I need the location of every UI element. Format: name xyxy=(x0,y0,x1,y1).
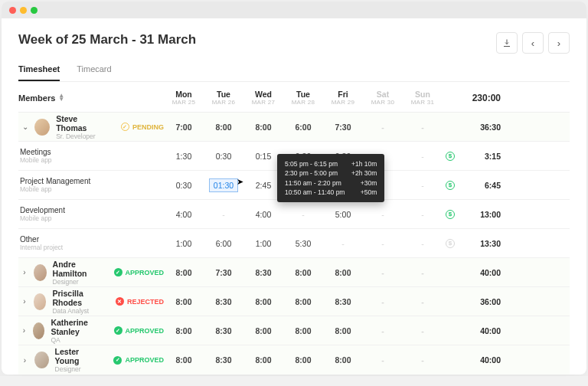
task-row-project-management: Project ManagementMobile app 0:30 01:30➤… xyxy=(18,171,570,200)
time-cell[interactable]: 4:00 xyxy=(164,210,204,219)
avatar xyxy=(34,352,49,368)
member-name: Andre Hamilton xyxy=(53,260,99,278)
page-title: Week of 25 March - 31 March xyxy=(18,32,196,47)
time-breakdown-tooltip: 5:05 pm - 6:15 pm+1h 10m 2:30 pm - 5:00 … xyxy=(277,154,384,202)
chevron-right-icon[interactable]: › xyxy=(21,356,28,365)
members-header-label: Members xyxy=(18,93,55,103)
time-cell-editing[interactable]: 01:30➤ xyxy=(204,178,243,192)
time-cell[interactable]: 0:30 xyxy=(204,152,243,161)
member-role: Sr. Developer xyxy=(56,132,106,140)
day-fri: Fri xyxy=(323,90,363,99)
time-cell[interactable]: 6:00 xyxy=(204,239,243,248)
day-tue-1: Tue xyxy=(204,90,243,99)
time-cell[interactable]: - xyxy=(363,239,403,248)
task-project: Mobile app xyxy=(20,156,164,164)
time-cell[interactable]: - xyxy=(363,210,403,219)
tabs: Timesheet Timecard xyxy=(18,64,570,82)
task-name: Meetings xyxy=(20,148,164,156)
avatar xyxy=(33,322,44,339)
chevron-down-icon[interactable]: ⌄ xyxy=(21,123,28,131)
status-badge-approved: ✓APPROVED xyxy=(110,356,164,365)
table-header: Members ▲▼ MonMAR 25 TueMAR 26 WedMAR 27… xyxy=(18,82,570,113)
member-role: QA xyxy=(51,336,98,344)
chevron-right-icon[interactable]: › xyxy=(21,297,28,306)
task-name: Development xyxy=(20,206,164,214)
task-project: Internal project xyxy=(20,244,164,251)
total-header: 230:00 xyxy=(458,93,504,103)
non-billable-icon: $ xyxy=(446,239,455,248)
day-sun: Sun xyxy=(403,90,443,99)
day-tue-2: Tue xyxy=(283,90,323,99)
time-cell[interactable]: 5:30 xyxy=(283,239,323,248)
task-project: Mobile app xyxy=(20,214,164,222)
member-row-steve[interactable]: ⌄ Steve ThomasSr. Developer ✓PENDING 7:0… xyxy=(18,113,570,142)
time-cell[interactable]: 1:00 xyxy=(164,239,204,248)
time-cell[interactable]: 4:00 xyxy=(243,210,283,219)
time-cell[interactable]: - xyxy=(323,239,363,248)
member-row-lester[interactable]: › Lester YoungDesigner ✓APPROVED 8:00 8:… xyxy=(18,345,570,375)
tab-timesheet[interactable]: Timesheet xyxy=(18,64,60,81)
download-button[interactable] xyxy=(496,32,518,54)
billable-icon: $ xyxy=(446,181,455,190)
day-wed: Wed xyxy=(243,90,283,99)
billable-icon: $ xyxy=(446,210,455,219)
time-cell[interactable]: 1:30 xyxy=(164,152,204,161)
member-name: Steve Thomas xyxy=(56,114,106,132)
status-badge-pending: ✓PENDING xyxy=(118,123,164,131)
time-cell[interactable]: - xyxy=(283,210,323,219)
time-cell[interactable]: 0:30 xyxy=(164,181,204,190)
member-name: Katherine Stanley xyxy=(51,318,98,336)
avatar xyxy=(34,119,50,136)
task-row-other: OtherInternal project 1:00 6:00 1:00 5:3… xyxy=(18,229,570,258)
window-titlebar xyxy=(2,2,586,18)
time-cell[interactable]: - xyxy=(403,152,443,161)
sort-icon: ▲▼ xyxy=(58,94,64,102)
billable-icon: $ xyxy=(446,152,455,161)
member-row-katherine[interactable]: › Katherine StanleyQA ✓APPROVED 8:00 8:3… xyxy=(18,316,570,345)
prev-week-button[interactable]: ‹ xyxy=(522,32,544,54)
tab-timecard[interactable]: Timecard xyxy=(77,64,111,81)
day-sat: Sat xyxy=(363,90,403,99)
members-header[interactable]: Members ▲▼ xyxy=(18,93,164,103)
task-row-development: DevelopmentMobile app 4:00 - 4:00 - 5:00… xyxy=(18,200,570,229)
member-row-andre[interactable]: › Andre HamiltonDesigner ✓APPROVED 8:00 … xyxy=(18,258,570,287)
member-role: Data Analyst xyxy=(52,307,100,315)
time-cell[interactable]: - xyxy=(403,181,443,190)
avatar xyxy=(34,264,47,281)
cursor-icon: ➤ xyxy=(237,177,243,187)
time-cell[interactable]: - xyxy=(403,239,443,248)
status-badge-rejected: ✕REJECTED xyxy=(113,297,164,306)
member-role: Designer xyxy=(55,365,99,373)
member-name: Priscilla Rhodes xyxy=(52,289,100,307)
chevron-right-icon[interactable]: › xyxy=(21,326,27,335)
member-name: Lester Young xyxy=(55,347,99,365)
task-project: Mobile app xyxy=(20,185,164,193)
window-close-dot[interactable] xyxy=(9,7,16,14)
day-mon: Mon xyxy=(164,90,204,99)
chevron-right-icon[interactable]: › xyxy=(21,268,28,276)
app-window: Week of 25 March - 31 March ‹ › Timeshee… xyxy=(2,2,586,375)
next-week-button[interactable]: › xyxy=(548,32,570,54)
window-max-dot[interactable] xyxy=(31,7,38,14)
task-name: Other xyxy=(20,235,164,244)
member-row-priscilla[interactable]: › Priscilla RhodesData Analyst ✕REJECTED… xyxy=(18,287,570,316)
status-badge-approved: ✓APPROVED xyxy=(111,268,165,276)
time-cell[interactable]: 5:00 xyxy=(323,210,363,219)
time-cell[interactable]: 1:00 xyxy=(243,239,283,248)
task-name: Project Management xyxy=(20,177,164,185)
time-cell[interactable]: - xyxy=(204,210,243,219)
window-min-dot[interactable] xyxy=(20,7,27,14)
member-role: Designer xyxy=(53,278,99,286)
avatar xyxy=(34,293,47,310)
status-badge-approved: ✓APPROVED xyxy=(111,326,165,335)
time-cell[interactable]: - xyxy=(403,210,443,219)
